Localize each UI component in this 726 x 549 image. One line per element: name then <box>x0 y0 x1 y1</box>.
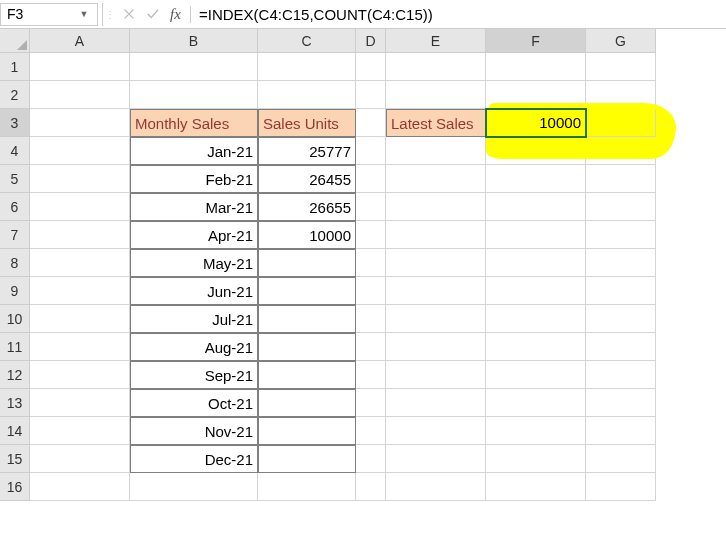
row-header-16[interactable]: 16 <box>0 473 30 501</box>
cell-A3[interactable] <box>30 109 130 137</box>
row-header-10[interactable]: 10 <box>0 305 30 333</box>
cell-G8[interactable] <box>586 249 656 277</box>
cell-E1[interactable] <box>386 53 486 81</box>
cell-B15[interactable]: Dec-21 <box>130 445 258 473</box>
cell-D6[interactable] <box>356 193 386 221</box>
cell-F3[interactable]: 10000 <box>486 109 586 137</box>
cell-C6[interactable]: 26655 <box>258 193 356 221</box>
cell-F12[interactable] <box>486 361 586 389</box>
cell-A12[interactable] <box>30 361 130 389</box>
cell-E7[interactable] <box>386 221 486 249</box>
cell-A7[interactable] <box>30 221 130 249</box>
cell-E9[interactable] <box>386 277 486 305</box>
cell-A5[interactable] <box>30 165 130 193</box>
cell-D9[interactable] <box>356 277 386 305</box>
cell-G3[interactable] <box>586 109 656 137</box>
cell-G2[interactable] <box>586 81 656 109</box>
cell-G16[interactable] <box>586 473 656 501</box>
name-box[interactable]: F3 ▼ <box>0 3 98 26</box>
cell-B13[interactable]: Oct-21 <box>130 389 258 417</box>
cell-B3[interactable]: Monthly Sales <box>130 109 258 137</box>
cell-G7[interactable] <box>586 221 656 249</box>
row-header-2[interactable]: 2 <box>0 81 30 109</box>
cell-F11[interactable] <box>486 333 586 361</box>
cell-E4[interactable] <box>386 137 486 165</box>
select-all-corner[interactable] <box>0 29 30 53</box>
cell-C12[interactable] <box>258 361 356 389</box>
cell-C2[interactable] <box>258 81 356 109</box>
cell-B12[interactable]: Sep-21 <box>130 361 258 389</box>
cell-C8[interactable] <box>258 249 356 277</box>
row-header-7[interactable]: 7 <box>0 221 30 249</box>
cell-F15[interactable] <box>486 445 586 473</box>
cell-E2[interactable] <box>386 81 486 109</box>
cell-B16[interactable] <box>130 473 258 501</box>
spreadsheet-grid[interactable]: ABCDEFG123Monthly SalesSales UnitsLatest… <box>0 29 726 501</box>
cell-G1[interactable] <box>586 53 656 81</box>
cell-D14[interactable] <box>356 417 386 445</box>
row-header-1[interactable]: 1 <box>0 53 30 81</box>
cell-A6[interactable] <box>30 193 130 221</box>
cell-B8[interactable]: May-21 <box>130 249 258 277</box>
cell-A9[interactable] <box>30 277 130 305</box>
cell-D13[interactable] <box>356 389 386 417</box>
row-header-5[interactable]: 5 <box>0 165 30 193</box>
cell-D1[interactable] <box>356 53 386 81</box>
cell-G11[interactable] <box>586 333 656 361</box>
cell-F8[interactable] <box>486 249 586 277</box>
fx-icon[interactable]: fx <box>165 6 191 23</box>
cell-D5[interactable] <box>356 165 386 193</box>
column-header-D[interactable]: D <box>356 29 386 53</box>
cell-F5[interactable] <box>486 165 586 193</box>
cell-C7[interactable]: 10000 <box>258 221 356 249</box>
cell-D12[interactable] <box>356 361 386 389</box>
cell-B1[interactable] <box>130 53 258 81</box>
cell-F13[interactable] <box>486 389 586 417</box>
row-header-4[interactable]: 4 <box>0 137 30 165</box>
row-header-6[interactable]: 6 <box>0 193 30 221</box>
cell-G9[interactable] <box>586 277 656 305</box>
cell-B9[interactable]: Jun-21 <box>130 277 258 305</box>
cell-E6[interactable] <box>386 193 486 221</box>
cancel-icon[interactable] <box>117 3 141 26</box>
cell-G15[interactable] <box>586 445 656 473</box>
cell-B2[interactable] <box>130 81 258 109</box>
cell-F14[interactable] <box>486 417 586 445</box>
cell-B4[interactable]: Jan-21 <box>130 137 258 165</box>
column-header-F[interactable]: F <box>486 29 586 53</box>
cell-A11[interactable] <box>30 333 130 361</box>
row-header-9[interactable]: 9 <box>0 277 30 305</box>
cell-E12[interactable] <box>386 361 486 389</box>
confirm-icon[interactable] <box>141 3 165 26</box>
row-header-12[interactable]: 12 <box>0 361 30 389</box>
cell-B5[interactable]: Feb-21 <box>130 165 258 193</box>
cell-F6[interactable] <box>486 193 586 221</box>
cell-E10[interactable] <box>386 305 486 333</box>
cell-B7[interactable]: Apr-21 <box>130 221 258 249</box>
cell-C3[interactable]: Sales Units <box>258 109 356 137</box>
column-header-G[interactable]: G <box>586 29 656 53</box>
cell-A14[interactable] <box>30 417 130 445</box>
cell-E14[interactable] <box>386 417 486 445</box>
cell-A10[interactable] <box>30 305 130 333</box>
cell-E3[interactable]: Latest Sales <box>386 109 486 137</box>
cell-C4[interactable]: 25777 <box>258 137 356 165</box>
cell-C16[interactable] <box>258 473 356 501</box>
cell-A8[interactable] <box>30 249 130 277</box>
cell-A15[interactable] <box>30 445 130 473</box>
row-header-11[interactable]: 11 <box>0 333 30 361</box>
cell-A1[interactable] <box>30 53 130 81</box>
cell-D11[interactable] <box>356 333 386 361</box>
cell-E13[interactable] <box>386 389 486 417</box>
cell-G4[interactable] <box>586 137 656 165</box>
cell-B14[interactable]: Nov-21 <box>130 417 258 445</box>
cell-F16[interactable] <box>486 473 586 501</box>
cell-G13[interactable] <box>586 389 656 417</box>
cell-A2[interactable] <box>30 81 130 109</box>
cell-D4[interactable] <box>356 137 386 165</box>
row-header-13[interactable]: 13 <box>0 389 30 417</box>
row-header-15[interactable]: 15 <box>0 445 30 473</box>
cell-C15[interactable] <box>258 445 356 473</box>
column-header-A[interactable]: A <box>30 29 130 53</box>
column-header-E[interactable]: E <box>386 29 486 53</box>
